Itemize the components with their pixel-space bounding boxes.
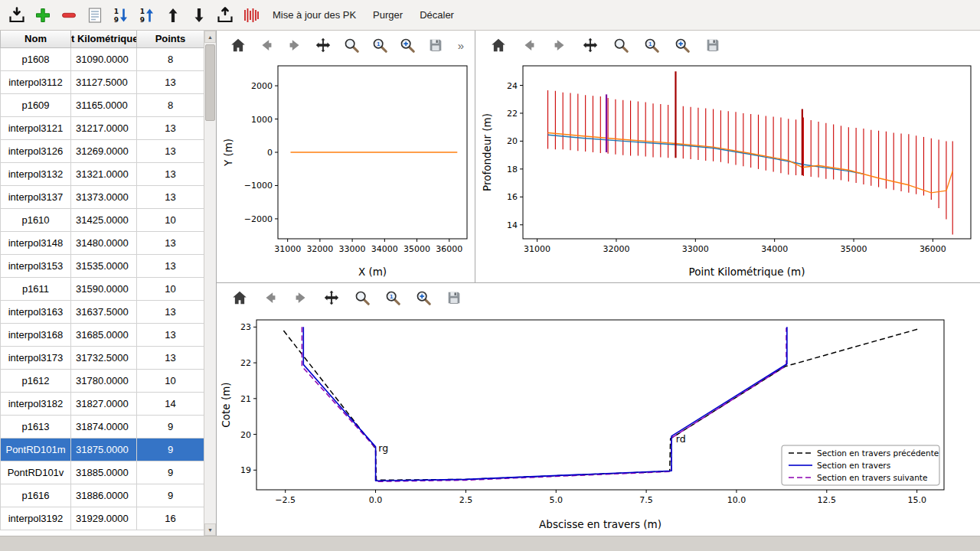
svg-text:Profondeur (m): Profondeur (m) (481, 113, 493, 191)
table-row[interactable]: interpol319231929.000016 (1, 507, 204, 530)
pan-plot-button[interactable] (321, 287, 342, 308)
cell-points: 13 (137, 139, 204, 162)
svg-text:15.0: 15.0 (907, 495, 926, 505)
zoom-plot-button[interactable] (341, 34, 361, 56)
svg-text:36000: 36000 (920, 244, 946, 254)
table-row[interactable]: interpol316331637.500013 (1, 300, 204, 323)
import-button[interactable] (5, 3, 29, 28)
forward-plot-button[interactable] (290, 287, 312, 308)
toolbar-text-button-0[interactable]: Mise à jour des PK (265, 5, 364, 24)
table-row[interactable]: p161631886.00009 (1, 484, 204, 507)
table-row[interactable]: interpol313731373.000013 (1, 185, 204, 208)
cell-points: 8 (137, 47, 204, 70)
column-header-1[interactable]: t Kilométrique (71, 31, 137, 47)
back-plot-button[interactable] (257, 34, 276, 56)
remove-button[interactable] (57, 3, 81, 28)
save-plot-button[interactable] (443, 287, 465, 308)
svg-text:18: 18 (507, 165, 518, 174)
home-plot-button[interactable] (229, 287, 250, 308)
pk-stripes-button[interactable] (239, 3, 263, 28)
table-row[interactable]: interpol312131217.000013 (1, 116, 204, 139)
toolbar-text-button-1[interactable]: Purger (365, 5, 410, 24)
export-button[interactable] (213, 3, 237, 28)
column-header-2[interactable]: Points (137, 31, 204, 47)
svg-text:20: 20 (507, 136, 518, 146)
xy-plot-panel: 1» 310003200033000340003500036000−2000−1… (217, 31, 475, 282)
toolbar-text-button-2[interactable]: Décaler (412, 5, 462, 24)
table-row[interactable]: PontRD101m31875.00009 (1, 438, 204, 461)
remove-icon (60, 6, 78, 24)
cell-pk: 31874.0000 (71, 415, 137, 438)
scroll-thumb[interactable] (205, 44, 215, 121)
table-row[interactable]: interpol312631269.000013 (1, 139, 204, 162)
back-plot-button[interactable] (260, 287, 281, 308)
table-row[interactable]: p161131590.000010 (1, 277, 204, 300)
zoom-one-plot-button[interactable]: 1 (370, 34, 389, 56)
save-plot-button[interactable] (426, 34, 446, 56)
application-window: 1919Mise à jour des PKPurgerDécaler Nomt… (0, 0, 980, 551)
cell-nom: p1610 (1, 208, 71, 231)
forward-plot-button[interactable] (286, 34, 305, 56)
table-row[interactable]: interpol316831685.000013 (1, 323, 204, 346)
cell-nom: interpol3132 (1, 162, 71, 185)
zoom-plus-plot-button[interactable] (398, 34, 417, 56)
toolbar-overflow-chevron[interactable]: » (455, 39, 467, 52)
table-row[interactable]: p160831090.00008 (1, 47, 204, 70)
svg-text:5.0: 5.0 (550, 495, 564, 505)
profile-plot-toolbar: 1 (475, 31, 980, 60)
table-row[interactable]: p161331874.00009 (1, 415, 204, 438)
edit-list-button[interactable] (83, 3, 107, 28)
zoom-one-plot-button[interactable]: 1 (641, 34, 662, 56)
save-icon (704, 37, 721, 54)
table-row[interactable]: p160931165.00008 (1, 93, 204, 116)
column-header-0[interactable]: Nom (1, 31, 71, 47)
zoom-plot-button[interactable] (610, 34, 632, 56)
table-row[interactable]: PontRD101v31885.00009 (1, 461, 204, 484)
cell-pk: 31929.0000 (71, 507, 137, 530)
xy-plot-toolbar: 1» (217, 31, 475, 60)
svg-text:1: 1 (140, 8, 145, 15)
svg-text:32000: 32000 (603, 244, 629, 254)
svg-text:Section en travers suivante: Section en travers suivante (817, 473, 927, 482)
cell-points: 10 (137, 208, 204, 231)
pan-plot-button[interactable] (313, 34, 332, 56)
zoom-one-plot-button[interactable]: 1 (382, 287, 403, 308)
table-row[interactable]: interpol318231827.000014 (1, 392, 204, 415)
back-plot-button[interactable] (518, 34, 540, 56)
cell-nom: interpol3168 (1, 323, 71, 346)
sort-asc-button[interactable]: 19 (135, 3, 159, 28)
pan-icon (315, 37, 332, 54)
sort-desc-button[interactable]: 19 (109, 3, 133, 28)
arrow-down-button[interactable] (187, 3, 211, 28)
zoom-icon (343, 37, 360, 54)
table-row[interactable]: p161231780.000010 (1, 369, 204, 392)
svg-text:Cote (m): Cote (m) (220, 382, 232, 427)
forward-plot-button[interactable] (549, 34, 570, 56)
home-plot-button[interactable] (488, 34, 509, 56)
svg-text:35000: 35000 (403, 244, 430, 254)
table-row[interactable]: interpol311231127.500013 (1, 70, 204, 93)
arrow-up-button[interactable] (161, 3, 185, 28)
profile-plot: 3100032000330003400035000360001416182022… (475, 60, 978, 283)
import-icon (8, 6, 26, 24)
zoom-plus-plot-button[interactable] (413, 287, 434, 308)
table-row[interactable]: interpol315331535.000013 (1, 254, 204, 277)
table-row[interactable]: interpol313231321.000013 (1, 162, 204, 185)
svg-text:9: 9 (114, 16, 119, 24)
pan-plot-button[interactable] (580, 34, 601, 56)
scroll-up-button[interactable]: ▲ (204, 31, 216, 43)
home-icon (490, 37, 507, 54)
cell-nom: interpol3126 (1, 139, 71, 162)
scroll-down-button[interactable]: ▼ (204, 523, 216, 536)
table-row[interactable]: interpol314831480.000013 (1, 231, 204, 254)
save-plot-button[interactable] (702, 34, 724, 56)
table-row[interactable]: p161031425.000010 (1, 208, 204, 231)
sections-panel: Nomt KilométriquePoints p160831090.00008… (0, 31, 217, 536)
table-row[interactable]: interpol317331732.500013 (1, 346, 204, 369)
cell-pk: 31090.0000 (71, 47, 137, 70)
home-plot-button[interactable] (229, 34, 248, 56)
zoom-plot-button[interactable] (351, 287, 373, 308)
add-button[interactable] (31, 3, 55, 28)
zoom-plus-plot-button[interactable] (671, 34, 693, 56)
table-scrollbar[interactable]: ▲ ▼ (204, 31, 216, 536)
